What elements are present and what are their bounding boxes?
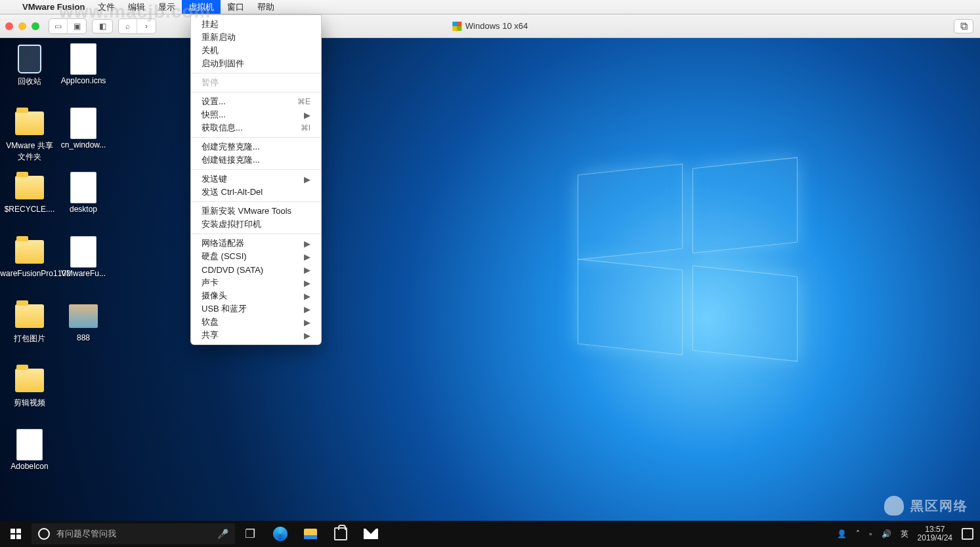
guest-windows-desktop[interactable]: 回收站AppIcon.icnsVMware 共享文件夹cn_window...$… xyxy=(0,38,980,547)
menu-item[interactable]: 获取信息...⌘I xyxy=(191,121,321,134)
desktop-icon-label: desktop xyxy=(70,205,97,214)
taskbar-edge-button[interactable] xyxy=(265,521,295,547)
menu-separator xyxy=(191,169,321,170)
desktop-icon[interactable]: VMwareFu... xyxy=(58,237,109,300)
menu-item[interactable]: 快照...▶ xyxy=(191,108,321,121)
desktop-icon[interactable]: cn_window... xyxy=(58,109,109,172)
file-explorer-icon xyxy=(304,529,317,539)
submenu-arrow-icon: ▶ xyxy=(304,278,310,288)
menu-separator xyxy=(191,73,321,73)
menu-item[interactable]: 重新安装 VMware Tools xyxy=(191,205,321,218)
minimize-window-button[interactable] xyxy=(18,22,26,30)
desktop-icon[interactable]: 回收站 xyxy=(4,45,55,108)
taskbar-explorer-button[interactable] xyxy=(295,521,326,547)
submenu-arrow-icon: ▶ xyxy=(304,317,310,327)
zoom-window-button[interactable] xyxy=(32,22,39,30)
desktop-icon[interactable]: VMwareFusionPro1102 xyxy=(4,237,55,300)
desktop-icon[interactable]: AppIcon.icns xyxy=(58,45,109,108)
menu-item[interactable]: 创建链接克隆... xyxy=(191,153,321,167)
menu-item[interactable]: 关机 xyxy=(191,44,321,57)
menu-separator xyxy=(191,92,321,92)
store-icon xyxy=(334,527,347,540)
edge-icon xyxy=(273,527,288,541)
desktop-icon-label: 剪辑视频 xyxy=(14,397,45,409)
desktop-icon-label: 回收站 xyxy=(18,76,41,87)
desktop-icon[interactable]: 打包图片 xyxy=(4,302,55,365)
taskbar-store-button[interactable] xyxy=(326,521,356,547)
tray-volume-icon[interactable]: 🔊 xyxy=(882,529,891,538)
desktop-icon-label: AppIcon.icns xyxy=(61,76,106,85)
submenu-arrow-icon: ▶ xyxy=(304,291,310,301)
submenu-arrow-icon: ▶ xyxy=(304,239,310,249)
start-button[interactable] xyxy=(0,521,32,547)
window-title: Windows 10 x64 xyxy=(452,21,528,31)
search-placeholder-text: 有问题尽管问我 xyxy=(56,528,116,540)
desktop-icon[interactable]: VMware 共享文件夹 xyxy=(4,109,55,172)
nav-back-forward[interactable]: ⌕› xyxy=(118,18,156,34)
menu-help[interactable]: 帮助 xyxy=(251,0,281,14)
virtual-machine-menu-dropdown: 挂起重新启动关机启动到固件暂停设置...⌘E快照...▶获取信息...⌘I创建完… xyxy=(190,14,322,345)
menu-item[interactable]: 创建完整克隆... xyxy=(191,140,321,153)
menu-file[interactable]: 文件 xyxy=(91,0,121,14)
menu-item[interactable]: 发送键▶ xyxy=(191,172,321,186)
menu-item[interactable]: 硬盘 (SCSI)▶ xyxy=(191,250,321,263)
mail-icon xyxy=(364,529,378,539)
menu-item[interactable]: CD/DVD (SATA)▶ xyxy=(191,263,321,276)
tray-clock[interactable]: 13:57 2019/4/24 xyxy=(918,525,952,542)
submenu-arrow-icon: ▶ xyxy=(304,174,310,184)
menu-virtual-machine[interactable]: 虚拟机 xyxy=(182,0,221,14)
tray-ime-indicator[interactable]: 英 xyxy=(901,529,908,540)
menu-view[interactable]: 显示 xyxy=(152,0,182,14)
window-traffic-lights xyxy=(5,22,39,30)
desktop-icon-label: 888 xyxy=(77,333,90,342)
menu-item[interactable]: 声卡▶ xyxy=(191,276,321,289)
tray-chevron-up-icon[interactable]: ˄ xyxy=(856,529,860,538)
windows-wallpaper-logo xyxy=(578,169,801,353)
menu-item[interactable]: 安装虚拟打印机 xyxy=(191,218,321,231)
menu-edit[interactable]: 编辑 xyxy=(121,0,152,14)
menu-separator xyxy=(191,137,321,138)
desktop-icon[interactable]: $RECYCLE.... xyxy=(4,173,55,236)
menu-item[interactable]: 软盘▶ xyxy=(191,315,321,329)
action-center-icon[interactable] xyxy=(962,528,973,540)
desktop-icon[interactable]: 888 xyxy=(58,302,109,365)
task-view-button[interactable]: ❐ xyxy=(235,521,265,547)
desktop-icon-label: cn_window... xyxy=(61,140,106,150)
windows-logo-icon xyxy=(452,22,461,31)
desktop-icon-label: $RECYCLE.... xyxy=(5,205,55,214)
menu-item[interactable]: 重新启动 xyxy=(191,31,321,44)
cortana-circle-icon xyxy=(38,528,50,540)
menu-app-name[interactable]: VMware Fusion xyxy=(16,0,91,14)
desktop-icon[interactable]: AdobeIcon xyxy=(4,430,55,493)
menu-item[interactable]: 共享▶ xyxy=(191,329,321,342)
mushroom-icon xyxy=(884,496,904,516)
menu-item[interactable]: 网络适配器▶ xyxy=(191,237,321,250)
menu-item[interactable]: 发送 Ctrl-Alt-Del xyxy=(191,186,321,199)
tray-people-icon[interactable]: 👤 xyxy=(837,529,847,538)
desktop-icons-grid: 回收站AppIcon.icnsVMware 共享文件夹cn_window...$… xyxy=(4,45,109,493)
submenu-arrow-icon: ▶ xyxy=(304,265,310,275)
submenu-arrow-icon: ▶ xyxy=(304,252,310,262)
snapshot-toolbar-button[interactable]: ◧ xyxy=(92,19,113,33)
app-toolbar: ▭▣ ◧ ⌕› Windows 正在运行 Windows 10 x64 ⧉ xyxy=(0,14,980,38)
submenu-arrow-icon: ▶ xyxy=(304,304,310,314)
fullscreen-toolbar-button[interactable]: ⧉ xyxy=(954,19,973,33)
menu-item[interactable]: 挂起 xyxy=(191,18,321,31)
microphone-icon[interactable]: 🎤 xyxy=(217,529,228,539)
watermark-brand: 黑区网络 xyxy=(884,496,968,516)
menu-item[interactable]: 摄像头▶ xyxy=(191,289,321,302)
desktop-icon[interactable]: 剪辑视频 xyxy=(4,366,55,429)
desktop-icon[interactable]: desktop xyxy=(58,173,109,236)
cortana-search-box[interactable]: 有问题尽管问我 🎤 xyxy=(32,523,235,544)
windows-taskbar: 有问题尽管问我 🎤 ❐ 👤 ˄ ▫ 🔊 英 13:57 2019/4/24 xyxy=(0,521,980,547)
tray-vmware-tools-icon[interactable]: ▫ xyxy=(869,529,872,538)
close-window-button[interactable] xyxy=(5,22,13,30)
taskbar-mail-button[interactable] xyxy=(356,521,386,547)
view-mode-segmented[interactable]: ▭▣ xyxy=(49,18,87,34)
menu-item[interactable]: 启动到固件 xyxy=(191,57,321,70)
menu-item: 暂停 xyxy=(191,76,321,89)
menu-window[interactable]: 窗口 xyxy=(221,0,251,14)
menu-item[interactable]: USB 和蓝牙▶ xyxy=(191,302,321,315)
submenu-arrow-icon: ▶ xyxy=(304,110,310,120)
menu-item[interactable]: 设置...⌘E xyxy=(191,95,321,108)
